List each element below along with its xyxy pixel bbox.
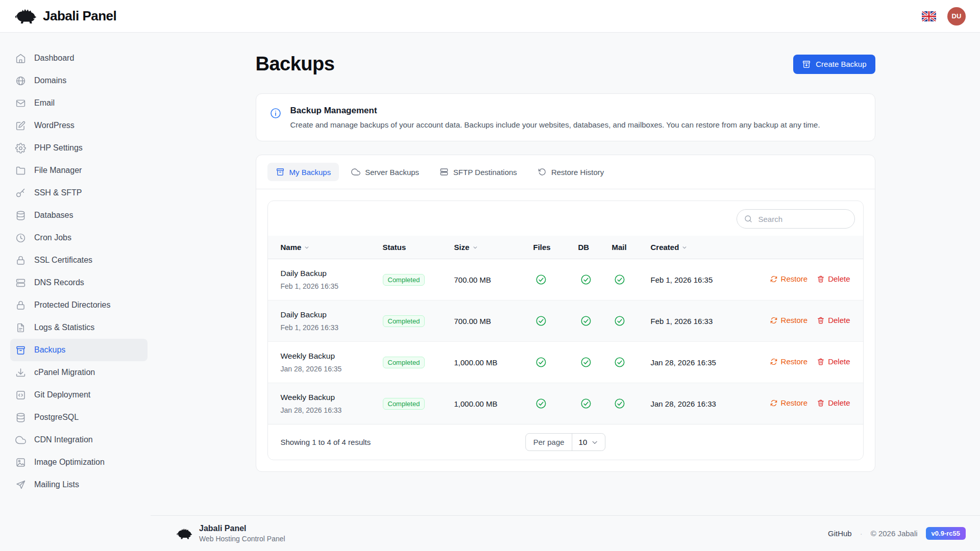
sidebar-item-label: Backups bbox=[34, 345, 65, 355]
backup-size: 1,000.00 MB bbox=[454, 383, 533, 424]
restore-button[interactable]: Restore bbox=[770, 357, 808, 366]
info-description: Create and manage backups of your accoun… bbox=[290, 120, 820, 129]
sidebar-item-label: Mailing Lists bbox=[34, 480, 79, 489]
sidebar-item-mailing-lists[interactable]: Mailing Lists bbox=[10, 473, 148, 496]
tab-sftp-destinations[interactable]: SFTP Destinations bbox=[431, 163, 525, 181]
sidebar-item-cdn-integration[interactable]: CDN Integration bbox=[10, 429, 148, 451]
sidebar-item-cpanel-migration[interactable]: cPanel Migration bbox=[10, 361, 148, 384]
trash-icon bbox=[817, 399, 825, 407]
lock-icon bbox=[15, 300, 26, 311]
sidebar-item-git-deployment[interactable]: Git Deployment bbox=[10, 384, 148, 406]
sidebar-item-ssh-sftp[interactable]: SSH & SFTP bbox=[10, 182, 148, 204]
search-box bbox=[737, 209, 855, 229]
backup-created: Jan 28, 2026 16:33 bbox=[651, 383, 751, 424]
refresh-icon bbox=[770, 275, 778, 283]
backup-subdate: Feb 1, 2026 16:33 bbox=[281, 323, 383, 332]
gear-icon bbox=[15, 143, 26, 154]
sidebar-item-label: Dashboard bbox=[34, 54, 74, 63]
restore-button[interactable]: Restore bbox=[770, 398, 808, 407]
edit-icon bbox=[15, 120, 26, 131]
column-header-created[interactable]: Created bbox=[651, 236, 751, 259]
sort-chevron-icon bbox=[301, 243, 310, 252]
database-icon bbox=[15, 210, 26, 221]
sidebar-item-cron-jobs[interactable]: Cron Jobs bbox=[10, 227, 148, 249]
file-text-icon bbox=[15, 322, 26, 333]
search-input[interactable] bbox=[737, 209, 855, 229]
sidebar-item-file-manager[interactable]: File Manager bbox=[10, 159, 148, 182]
boar-logo-icon bbox=[14, 8, 37, 24]
table-header-row: NameStatusSizeFilesDBMailCreated bbox=[268, 236, 863, 259]
boar-logo-icon bbox=[176, 528, 192, 540]
mail-icon bbox=[15, 98, 26, 109]
page-footer: Jabali Panel Web Hosting Control Panel G… bbox=[151, 515, 980, 551]
sidebar-item-dashboard[interactable]: Dashboard bbox=[10, 47, 148, 69]
check-circle-icon bbox=[533, 315, 578, 327]
backup-created: Feb 1, 2026 16:33 bbox=[651, 300, 751, 342]
sidebar-item-postgresql[interactable]: PostgreSQL bbox=[10, 406, 148, 429]
column-header-size[interactable]: Size bbox=[454, 236, 533, 259]
archive-icon bbox=[15, 345, 26, 356]
footer-separator: · bbox=[860, 529, 863, 538]
backups-card: My BackupsServer BackupsSFTP Destination… bbox=[256, 155, 875, 472]
sidebar-item-domains[interactable]: Domains bbox=[10, 69, 148, 92]
backup-created: Feb 1, 2026 16:35 bbox=[651, 259, 751, 300]
lock-icon bbox=[15, 255, 26, 266]
clock-icon bbox=[15, 233, 26, 243]
sidebar-item-dns-records[interactable]: DNS Records bbox=[10, 271, 148, 294]
check-circle-icon bbox=[578, 357, 612, 368]
sidebar-item-ssl-certificates[interactable]: SSL Certificates bbox=[10, 249, 148, 271]
github-link[interactable]: GitHub bbox=[824, 529, 852, 538]
tab-restore-history[interactable]: Restore History bbox=[529, 163, 612, 181]
language-flag-uk-icon[interactable] bbox=[922, 11, 936, 21]
backups-table-panel: NameStatusSizeFilesDBMailCreated Daily B… bbox=[267, 201, 864, 460]
sort-chevron-icon bbox=[679, 243, 688, 252]
status-badge: Completed bbox=[383, 274, 425, 286]
sidebar-item-logs-statistics[interactable]: Logs & Statistics bbox=[10, 316, 148, 339]
delete-button[interactable]: Delete bbox=[817, 357, 850, 366]
backup-size: 700.00 MB bbox=[454, 259, 533, 300]
per-page-select[interactable]: Per page 10 bbox=[525, 433, 606, 451]
column-header-db: DB bbox=[578, 236, 612, 259]
archive-down-icon bbox=[802, 60, 811, 69]
delete-button[interactable]: Delete bbox=[817, 316, 850, 324]
column-header-actions bbox=[751, 236, 863, 259]
sidebar-item-label: File Manager bbox=[34, 166, 82, 175]
globe-icon bbox=[15, 76, 26, 86]
restore-button[interactable]: Restore bbox=[770, 274, 808, 283]
sidebar-item-label: DNS Records bbox=[34, 278, 84, 287]
check-circle-icon bbox=[612, 398, 651, 409]
sidebar-item-protected-directories[interactable]: Protected Directories bbox=[10, 294, 148, 316]
sidebar-item-php-settings[interactable]: PHP Settings bbox=[10, 137, 148, 159]
cloud-icon bbox=[351, 167, 360, 177]
check-circle-icon bbox=[612, 315, 651, 327]
sidebar-item-databases[interactable]: Databases bbox=[10, 204, 148, 227]
sidebar: DashboardDomainsEmailWordPressPHP Settin… bbox=[0, 33, 151, 551]
delete-button[interactable]: Delete bbox=[817, 398, 850, 407]
sidebar-item-label: Email bbox=[34, 98, 55, 108]
image-icon bbox=[15, 457, 26, 468]
sidebar-item-label: Domains bbox=[34, 76, 66, 85]
backup-row-1: Daily BackupFeb 1, 2026 16:35Completed70… bbox=[268, 259, 863, 300]
column-header-name[interactable]: Name bbox=[268, 236, 383, 259]
backup-created: Jan 28, 2026 16:35 bbox=[651, 342, 751, 383]
app-title: Jabali Panel bbox=[43, 8, 116, 24]
tab-server-backups[interactable]: Server Backups bbox=[343, 163, 427, 181]
column-header-mail: Mail bbox=[612, 236, 651, 259]
sidebar-item-backups[interactable]: Backups bbox=[10, 339, 148, 361]
sidebar-item-email[interactable]: Email bbox=[10, 92, 148, 114]
sidebar-item-image-optimization[interactable]: Image Optimization bbox=[10, 451, 148, 473]
backups-table: NameStatusSizeFilesDBMailCreated Daily B… bbox=[268, 236, 863, 424]
restore-button[interactable]: Restore bbox=[770, 316, 808, 324]
sidebar-item-label: SSH & SFTP bbox=[34, 188, 82, 197]
tab-my-backups[interactable]: My Backups bbox=[267, 163, 339, 181]
trash-icon bbox=[817, 358, 825, 366]
header-actions: DU bbox=[922, 7, 966, 26]
create-backup-button[interactable]: Create Backup bbox=[793, 55, 875, 74]
sidebar-item-wordpress[interactable]: WordPress bbox=[10, 114, 148, 137]
per-page-label: Per page bbox=[526, 434, 573, 450]
delete-button[interactable]: Delete bbox=[817, 274, 850, 283]
check-circle-icon bbox=[578, 274, 612, 285]
app-logo[interactable]: Jabali Panel bbox=[14, 8, 116, 24]
user-avatar[interactable]: DU bbox=[947, 7, 966, 26]
version-badge: v0.9-rc55 bbox=[926, 527, 966, 540]
